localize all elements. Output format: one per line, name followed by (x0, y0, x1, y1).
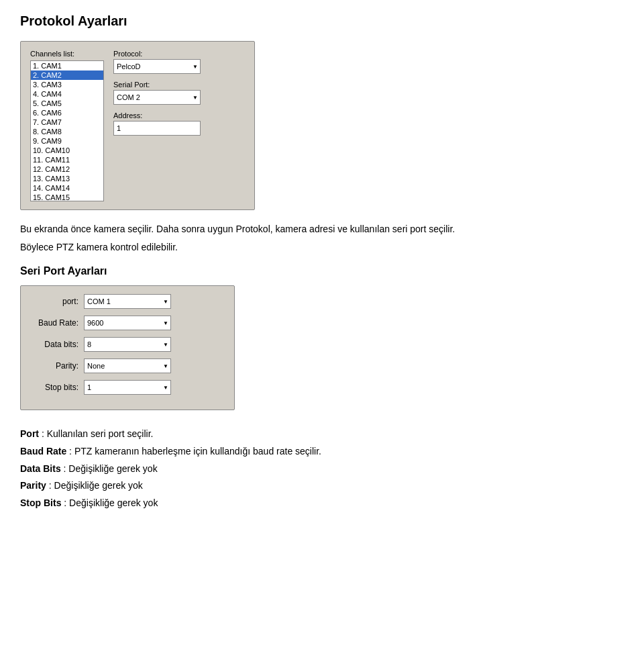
port-dropdown-wrapper: COM 1 COM 2 COM 3 COM 4 (84, 294, 171, 309)
list-item[interactable]: 5. CAM5 (31, 99, 103, 108)
page-title: Protokol Ayarları (20, 13, 624, 29)
list-item[interactable]: 1. CAM1 (31, 61, 103, 70)
data-bits-row: Data bits: 8 7 (30, 337, 225, 352)
address-input[interactable] (113, 121, 201, 136)
desc-paragraph-2: Böylece PTZ kamera kontrol edilebilir. (20, 240, 624, 254)
description-text-1: Bu ekranda önce kamera seçilir. Daha son… (20, 222, 624, 254)
channels-list[interactable]: 1. CAM1 2. CAM2 3. CAM3 4. CAM4 5. CAM5 … (30, 60, 104, 201)
port-row-label: port: (30, 297, 84, 306)
parity-dropdown[interactable]: None Even Odd (84, 358, 171, 373)
protocol-row: Protocol: PelcoD PelcoP (113, 50, 201, 74)
serial-port-label: Serial Port: (113, 81, 201, 89)
parity-label: Parity: (30, 361, 84, 371)
list-item[interactable]: 14. CAM14 (31, 183, 103, 193)
list-item[interactable]: 7. CAM7 (31, 117, 103, 127)
stop-bits-label: Stop bits: (30, 383, 84, 392)
baud-rate-label: Baud Rate: (30, 318, 84, 328)
baud-rate-dropdown-wrapper: 9600 4800 19200 38400 57600 115200 (84, 316, 171, 330)
data-bits-dropdown[interactable]: 8 7 (84, 337, 171, 352)
serial-port-row: Serial Port: COM 2 COM 1 COM 3 COM 4 (113, 81, 201, 105)
protocol-dropdown-wrapper: PelcoD PelcoP (113, 59, 201, 74)
list-item[interactable]: 8. CAM8 (31, 127, 103, 136)
parity-row: Parity: None Even Odd (30, 358, 225, 373)
protocol-panel: Channels list: 1. CAM1 2. CAM2 3. CAM3 4… (20, 41, 255, 210)
bottom-descriptions: Port : Kullanılan seri port seçilir. Bau… (20, 426, 624, 512)
baud-rate-row: Baud Rate: 9600 4800 19200 38400 57600 1… (30, 316, 225, 330)
data-bits-dropdown-wrapper: 8 7 (84, 337, 171, 352)
protocol-dropdown[interactable]: PelcoD PelcoP (113, 59, 201, 74)
list-item[interactable]: 2. CAM2 (31, 70, 103, 80)
list-item[interactable]: 12. CAM12 (31, 164, 103, 174)
section2-title: Seri Port Ayarları (20, 265, 624, 277)
bottom-desc-databits: Data Bits : Değişikliğe gerek yok (20, 461, 624, 477)
bottom-desc-port: Port : Kullanılan seri port seçilir. (20, 426, 624, 442)
channels-section: Channels list: 1. CAM1 2. CAM2 3. CAM3 4… (30, 50, 104, 201)
desc-paragraph-1: Bu ekranda önce kamera seçilir. Daha son… (20, 222, 624, 236)
stop-bits-dropdown[interactable]: 1 2 (84, 380, 171, 395)
list-item[interactable]: 15. CAM15 (31, 193, 103, 201)
address-label: Address: (113, 111, 201, 119)
list-item[interactable]: 13. CAM13 (31, 174, 103, 183)
parity-dropdown-wrapper: None Even Odd (84, 358, 171, 373)
address-row: Address: (113, 111, 201, 136)
list-item[interactable]: 9. CAM9 (31, 136, 103, 146)
list-item[interactable]: 11. CAM11 (31, 155, 103, 164)
list-item[interactable]: 6. CAM6 (31, 108, 103, 117)
list-item[interactable]: 4. CAM4 (31, 89, 103, 99)
serial-port-dropdown-wrapper: COM 2 COM 1 COM 3 COM 4 (113, 90, 201, 105)
bottom-desc-stopbits: Stop Bits : Değişikliğe gerek yok (20, 495, 624, 512)
list-item[interactable]: 3. CAM3 (31, 80, 103, 89)
serial-port-panel: port: COM 1 COM 2 COM 3 COM 4 Baud Rate:… (20, 285, 235, 410)
data-bits-label: Data bits: (30, 340, 84, 349)
list-item[interactable]: 10. CAM10 (31, 146, 103, 155)
channels-label: Channels list: (30, 50, 104, 58)
protocol-label: Protocol: (113, 50, 201, 58)
bottom-desc-baud: Baud Rate : PTZ kameranın haberleşme içi… (20, 444, 624, 460)
serial-port-dropdown[interactable]: COM 2 COM 1 COM 3 COM 4 (113, 90, 201, 105)
port-dropdown[interactable]: COM 1 COM 2 COM 3 COM 4 (84, 294, 171, 309)
baud-rate-dropdown[interactable]: 9600 4800 19200 38400 57600 115200 (84, 316, 171, 330)
stop-bits-row: Stop bits: 1 2 (30, 380, 225, 395)
protocol-settings: Protocol: PelcoD PelcoP Serial Port: COM… (113, 50, 201, 201)
port-row: port: COM 1 COM 2 COM 3 COM 4 (30, 294, 225, 309)
stop-bits-dropdown-wrapper: 1 2 (84, 380, 171, 395)
bottom-desc-parity: Parity : Değişikliğe gerek yok (20, 478, 624, 494)
